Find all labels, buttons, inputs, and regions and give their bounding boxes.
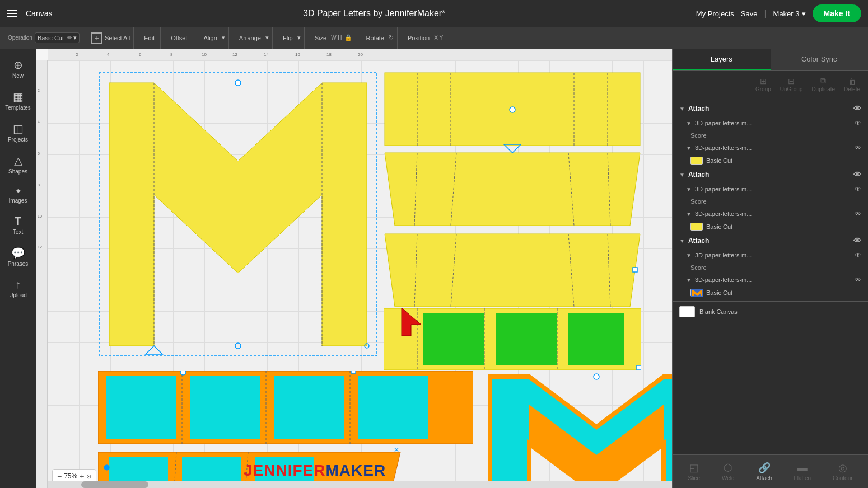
layer-sublabel-cut-1: Basic Cut [673,154,868,167]
attach-section-3[interactable]: ▼ Attach 👁 [673,233,868,248]
horizontal-scrollbar[interactable] [48,481,672,488]
scrollbar-thumb[interactable] [81,481,148,488]
sidebar-label-projects: Projects [8,137,28,143]
layer-item-1-1[interactable]: ▼ 3D-paper-letters-m... 👁 [673,116,868,130]
visibility-icon-3[interactable]: 👁 [853,236,861,245]
attach-bottom-button[interactable]: 🔗 Attach [753,459,775,484]
sidebar-item-shapes[interactable]: △ Shapes [0,149,36,179]
align-group[interactable]: Align ▾ [198,27,228,49]
sidebar-label-text: Text [13,229,23,235]
delete-button[interactable]: 🗑 Delete [841,74,864,95]
divider: | [764,8,766,18]
zoom-in-button[interactable]: + [80,472,84,481]
layer-name-1-2: 3D-paper-letters-m... [695,144,851,151]
delete-icon: 🗑 [848,77,856,86]
svg-rect-31 [637,365,641,370]
svg-rect-25 [423,313,484,365]
zoom-fit-button[interactable]: ⊙ [86,473,91,480]
ungroup-icon: ⊟ [788,77,795,86]
flip-button[interactable]: Flip [281,34,295,43]
make-it-button[interactable]: Make It [813,4,861,22]
visibility-icon-1[interactable]: 👁 [853,104,861,113]
images-icon: ✦ [15,186,22,196]
save-button[interactable]: Save [741,10,758,18]
contour-icon: ◎ [838,462,847,474]
size-button[interactable]: Size [312,34,329,43]
align-button[interactable]: Align [201,34,219,43]
contour-button[interactable]: ◎ Contour [829,459,856,484]
edit-button[interactable]: Edit [142,34,157,43]
attach-label-1: Attach [688,105,709,112]
templates-icon: ▦ [13,90,24,104]
sidebar-item-phrases[interactable]: 💬 Phrases [0,242,36,271]
sidebar-item-new[interactable]: ⊕ New [0,54,36,83]
canvas-area[interactable]: 2 4 6 8 10 12 14 16 18 20 2 4 6 8 10 12 [36,49,672,488]
layer-name-3-1: 3D-paper-letters-m... [695,252,851,259]
layer-item-3-2[interactable]: ▼ 3D-paper-letters-m... 👁 [673,273,868,287]
lock-icon: 🔒 [344,34,352,41]
position-group[interactable]: Position X Y [402,27,446,49]
flatten-button[interactable]: ▬ Flatten [791,460,815,484]
sidebar-item-images[interactable]: ✦ Images [0,181,36,208]
layer-sublabel-cut-2: Basic Cut [673,220,868,233]
weld-button[interactable]: ⬡ Weld [718,459,738,484]
yellow-m-shape[interactable] [98,72,378,357]
attach-section-2[interactable]: ▼ Attach 👁 [673,167,868,182]
layer-eye-3-2[interactable]: 👁 [855,276,861,284]
sidebar-item-text[interactable]: T Text [0,210,36,240]
machine-selector[interactable]: Maker 3 ▾ [773,10,806,18]
rotate-group[interactable]: Rotate ↻ [361,27,398,49]
flip-group[interactable]: Flip ▾ [277,27,305,49]
operation-value: Basic Cut [38,35,64,41]
my-projects-button[interactable]: My Projects [696,10,734,18]
layer-eye-1-2[interactable]: 👁 [855,144,861,152]
canvas-content[interactable]: ✕ ⬤ JENNIFERMAKER [48,60,672,488]
edit-group[interactable]: Edit [138,27,161,49]
visibility-icon-2[interactable]: 👁 [853,170,861,179]
offset-button[interactable]: Offset [169,34,189,43]
teal-orange-m-shape[interactable] [484,371,672,488]
layer-item-2-2[interactable]: ▼ 3D-paper-letters-m... 👁 [673,207,868,220]
layer-item-1-2[interactable]: ▼ 3D-paper-letters-m... 👁 [673,141,868,154]
score-label-2: Score [690,198,707,205]
duplicate-button[interactable]: ⧉ Duplicate [808,74,838,95]
position-button[interactable]: Position [405,34,432,43]
red-cursor-arrow [399,305,427,339]
slice-label: Slice [688,475,700,481]
tab-color-sync[interactable]: Color Sync [771,49,869,70]
sidebar-item-projects[interactable]: ◫ Projects [0,118,36,147]
svg-text:⬤: ⬤ [104,464,110,471]
layer-eye-3-1[interactable]: 👁 [855,251,861,259]
layer-name-3-2: 3D-paper-letters-m... [695,276,851,283]
layer-name-1-1: 3D-paper-letters-m... [695,120,851,126]
slice-button[interactable]: ◱ Slice [684,459,703,484]
layer-eye-2-2[interactable]: 👁 [855,210,861,218]
rotate-button[interactable]: Rotate [364,34,386,43]
sidebar-label-upload: Upload [9,292,27,298]
layer-item-2-1[interactable]: ▼ 3D-paper-letters-m... 👁 [673,182,868,196]
svg-rect-37 [274,376,344,439]
layer-eye-1-1[interactable]: 👁 [855,119,861,127]
tab-layers[interactable]: Layers [673,49,771,70]
size-group[interactable]: Size W H 🔒 [309,27,356,49]
vertical-ruler: 2 4 6 8 10 12 [36,60,48,488]
score-label-3: Score [690,264,707,271]
attach-section-1[interactable]: ▼ Attach 👁 [673,101,868,116]
arrange-button[interactable]: Arrange [237,34,263,43]
operation-select[interactable]: Basic Cut ✏ ▾ [35,32,80,43]
layer-item-3-1[interactable]: ▼ 3D-paper-letters-m... 👁 [673,248,868,262]
ungroup-button[interactable]: ⊟ UnGroup [777,74,806,95]
sidebar-item-upload[interactable]: ↑ Upload [0,274,36,303]
offset-group[interactable]: Offset [165,27,193,49]
zoom-out-button[interactable]: − [57,472,62,481]
arrange-group[interactable]: Arrange ▾ [234,27,273,49]
hamburger-menu[interactable] [7,10,17,17]
select-all-button[interactable] [91,32,102,44]
layer-eye-2-1[interactable]: 👁 [855,185,861,193]
weld-label: Weld [722,475,735,481]
group-button[interactable]: ⊞ Group [752,74,774,95]
sidebar-item-templates[interactable]: ▦ Templates [0,86,36,115]
select-all-label: Select All [105,35,130,41]
yellow-boxes-right[interactable] [384,72,641,307]
position-xy: X Y [434,35,443,41]
